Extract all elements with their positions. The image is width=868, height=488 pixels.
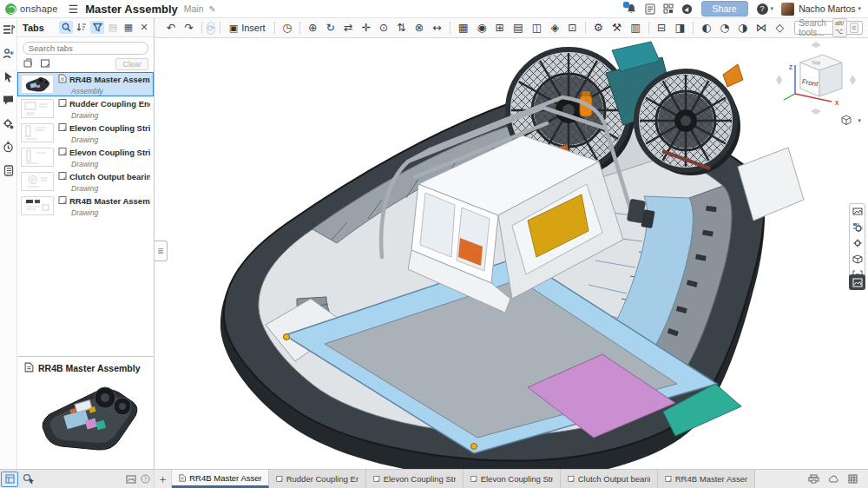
help-button[interactable]: ? [757,3,768,15]
appearance-icon[interactable]: ◇ [773,22,788,35]
circular-pattern-icon[interactable]: ◫ [529,22,546,35]
comments-icon[interactable] [2,93,16,107]
help-caret-icon[interactable]: ▾ [771,5,774,12]
drawing-doc-icon [58,195,67,207]
exploded-view-icon[interactable]: ⊡ [564,22,580,35]
belt-mate-icon[interactable]: ⚙ [590,22,607,35]
slider-mate-icon[interactable]: ⇄ [340,22,356,35]
gear-relation-icon[interactable]: ⚒ [608,22,625,35]
insert-button[interactable]: ▣ Insert [225,22,270,35]
doc-tab-drawing[interactable]: Elevon Coupling Strip D... [366,470,464,488]
onshape-logo[interactable]: onshape [5,3,58,15]
tab-thumbnail [21,196,54,215]
parallel-mate-icon[interactable]: ↔ [429,22,444,35]
search-tabs-icon[interactable] [59,21,73,34]
tab-item-drawing[interactable]: Elevon Coupling Strip Draw Drawing [17,121,154,145]
search-tabs-field[interactable] [23,42,148,55]
user-menu-caret-icon[interactable]: ▾ [858,5,861,12]
grid-keypad-icon[interactable] [848,474,858,484]
print-icon[interactable] [808,474,819,484]
thumbnail-toggle-icon[interactable] [126,475,136,484]
manage-tabs-icon[interactable] [2,23,16,36]
workspace-branch-label[interactable]: Main [184,3,204,14]
assembly-filter-icon[interactable] [23,58,33,70]
tab-item-drawing[interactable]: Elevon Coupling Strip Draw Drawing [17,145,154,169]
rename-pencil-icon[interactable]: ✎ [209,4,216,14]
tab-preview-panel[interactable]: RR4B Master Assembly [17,356,154,469]
drawing-filter-icon[interactable] [40,58,50,70]
learning-center-icon[interactable] [681,3,693,15]
transparency-icon[interactable]: ◑ [734,22,751,35]
follow-mode-icon[interactable] [2,46,16,60]
integrations-icon[interactable] [2,116,16,130]
pin-slot-mate-icon[interactable]: ⇅ [393,22,409,35]
cloud-icon[interactable] [828,475,839,484]
clear-filters-button[interactable]: Clear [115,58,148,70]
fan-right[interactable] [636,64,743,175]
sort-tabs-icon[interactable] [75,21,89,34]
section-view-icon[interactable]: ◐ [698,22,714,35]
search-tabs-input[interactable] [29,43,142,53]
doc-tab-drawing[interactable]: Elevon Coupling Strip D... [464,470,561,488]
hidden-instances-icon[interactable]: ◔ [716,22,733,35]
bottom-bar-left: ? [0,470,155,488]
revolute-mate-icon[interactable]: ↻ [322,22,338,35]
doc-tab-assembly[interactable]: RR4B Master Assembly [172,470,269,488]
doc-tab-drawing[interactable]: RR4B Master Assembly... [658,470,755,488]
kbd-alt-badge: alt/⌥ [832,18,847,37]
tab-item-name: Clutch Output bearing plate [69,172,150,181]
doc-tab-drawing[interactable]: Clutch Output bearing p... [561,470,658,488]
replicate-icon[interactable]: ⊞ [492,22,508,35]
close-panel-icon[interactable]: ✕ [137,21,151,34]
mate-connector-icon[interactable]: ◉ [474,22,490,35]
tab-item-drawing[interactable]: Clutch Output bearing plate Drawing [17,169,154,194]
named-positions-icon[interactable]: ◨ [671,22,688,35]
annotate-cursor-icon[interactable] [2,69,16,83]
appearance-panel-icon[interactable] [849,274,865,290]
planar-mate-icon[interactable]: ✛ [358,22,373,35]
graphics-viewport[interactable]: Top Front Z X ▾ [155,38,868,469]
ball-mate-icon[interactable]: ⊗ [411,22,427,35]
bom-table-icon[interactable]: ⊟ [654,22,669,35]
fastened-mate-icon[interactable]: ⊕ [305,22,320,35]
panel-toggle-button[interactable] [1,472,18,487]
undo-button[interactable]: ↶ [163,22,179,35]
user-name-label[interactable]: Nacho Martos [799,3,855,14]
doc-tab-drawing[interactable]: Rudder Coupling End D... [269,470,366,488]
user-avatar[interactable] [781,3,794,16]
notebook-icon[interactable] [2,163,16,177]
history-icon[interactable]: ◷ [279,22,295,35]
app-store-icon[interactable] [663,3,674,14]
main-menu-icon[interactable]: ☰ [69,3,79,16]
tab-item-drawing[interactable]: Rudder Coupling End Draw Drawing [17,96,154,121]
tab-thumbnail [21,123,54,142]
zoom-select-icon[interactable] [23,473,35,485]
help-info-icon[interactable]: ? [141,474,150,484]
linear-pattern-icon[interactable]: ▤ [510,22,527,35]
notifications-bell-icon[interactable] [626,3,637,15]
new-tab-button[interactable]: ＋ [155,470,172,488]
part-properties-icon[interactable] [851,253,864,265]
pattern-icon[interactable]: ◈ [548,22,563,35]
custom-features-icon[interactable] [851,237,864,249]
filter-tabs-icon[interactable] [90,21,104,34]
redo-button[interactable]: ↷ [181,22,196,35]
tab-item-assembly[interactable]: RR4B Master Assembly Assembly [17,72,154,96]
versions-history-icon[interactable] [2,140,16,154]
list-view-icon[interactable]: ▤ [106,21,120,34]
cylindrical-mate-icon[interactable]: ⊙ [376,22,391,35]
view-options-button[interactable]: ▾ [840,115,861,126]
tab-panel-handle[interactable]: ≣ [155,241,168,261]
release-tasks-icon[interactable] [645,3,655,15]
search-tools-box[interactable]: Search tools... alt/⌥ c [794,21,863,35]
configurations-icon[interactable] [851,221,864,234]
tab-item-drawing[interactable]: RR4B Master Assembly Dr Drawing [17,194,154,218]
group-icon[interactable]: ▦ [455,22,472,35]
render-options-icon[interactable] [851,206,864,218]
view-cube[interactable]: Top Front Z X [776,42,856,115]
detail-view-icon[interactable]: ▦ [122,21,135,34]
isolate-icon[interactable]: ⋈ [753,22,771,35]
assembly-3d-model[interactable] [155,38,868,469]
rack-pinion-icon[interactable]: ▥ [627,22,644,35]
share-button[interactable]: Share [701,1,748,16]
